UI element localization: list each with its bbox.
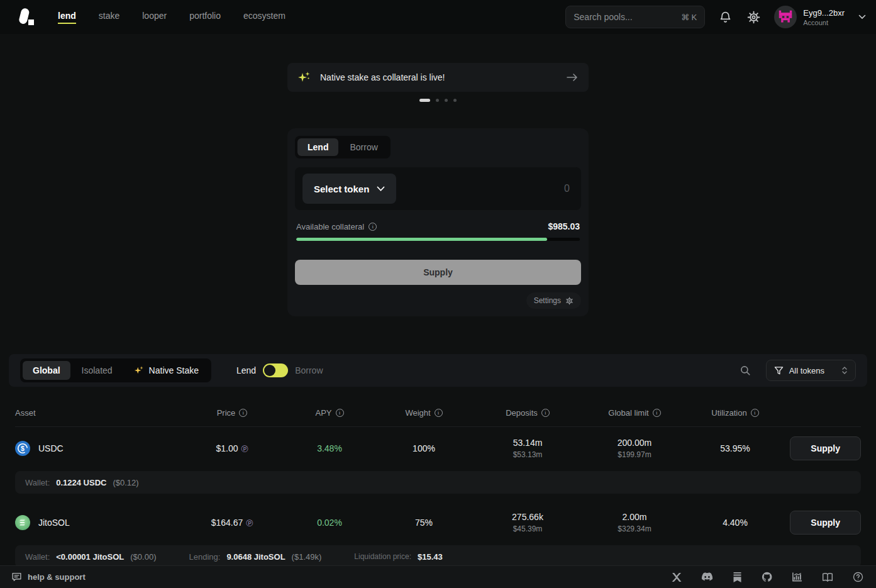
sparkle-icon [134, 365, 144, 375]
tab-native-stake-label: Native Stake [149, 365, 199, 375]
filter-funnel-icon [774, 366, 784, 375]
collateral-progress-fill [296, 238, 547, 241]
available-collateral-label: Available collateral [296, 222, 364, 231]
pyth-oracle-icon[interactable]: ℗ [241, 444, 248, 453]
table-search-button[interactable] [738, 363, 752, 377]
asset-apy: 0.02% [286, 518, 374, 528]
info-icon[interactable] [653, 409, 661, 417]
account-label: Account [803, 19, 845, 26]
carousel-dot-4[interactable] [453, 99, 457, 102]
tab-isolated[interactable]: Isolated [72, 361, 123, 380]
asset-global-limit: 2.00m [581, 512, 688, 522]
pool-type-tabs: Global Isolated Native Stake [20, 358, 211, 382]
asset-deposits: 275.66k [474, 512, 581, 522]
asset-price: $1.00 [216, 443, 238, 453]
info-icon[interactable] [435, 409, 443, 417]
marginfi-logo-icon[interactable] [15, 8, 36, 26]
svg-text:$: $ [21, 445, 25, 452]
x-twitter-icon[interactable] [670, 571, 683, 584]
discord-icon[interactable] [700, 571, 714, 583]
gear-icon [565, 297, 574, 305]
info-icon[interactable] [369, 223, 377, 231]
lending-amount: 9.0648 JitoSOL [226, 552, 285, 562]
chevron-down-icon [377, 186, 385, 192]
asset-table: Asset Price APY Weight Deposits Global l… [15, 403, 861, 568]
asset-apy: 3.48% [286, 443, 374, 453]
supply-usdc-button[interactable]: Supply [790, 436, 861, 460]
announcement-banner[interactable]: Native stake as collateral is live! [287, 63, 589, 92]
asset-global-limit-usd: $199.97m [581, 450, 688, 459]
account-menu[interactable]: Eyg9...2bxr Account [774, 6, 866, 28]
banner-text: Native stake as collateral is live! [320, 72, 445, 82]
settings-button[interactable] [746, 9, 762, 25]
asset-utilization: 53.95% [688, 443, 782, 453]
lend-borrow-switch[interactable] [263, 363, 288, 377]
amount-box: Select token [295, 167, 581, 210]
col-price: Price [217, 408, 236, 418]
info-icon[interactable] [751, 409, 759, 417]
docs-book-icon[interactable] [821, 571, 834, 584]
wallet-amount: 0.1224 USDC [56, 478, 106, 487]
token-filter-value: All tokens [789, 366, 824, 375]
help-support-label: help & support [28, 572, 86, 582]
nav-item-lend[interactable]: lend [58, 11, 76, 24]
help-circle-icon[interactable] [851, 570, 865, 584]
nav-item-ecosystem[interactable]: ecosystem [243, 11, 286, 24]
help-support-link[interactable]: help & support [11, 572, 86, 582]
asset-deposits-usd: $45.39m [474, 524, 581, 533]
carousel-dot-2[interactable] [436, 99, 439, 102]
avatar [774, 6, 797, 28]
info-icon[interactable] [541, 409, 550, 417]
asset-name: USDC [38, 443, 64, 453]
lend-borrow-tabs: Lend Borrow [295, 136, 391, 158]
account-address: Eyg9...2bxr [803, 8, 845, 18]
select-token-button[interactable]: Select token [302, 174, 396, 204]
substack-icon[interactable] [731, 571, 743, 584]
github-icon[interactable] [760, 570, 773, 584]
carousel-dot-3[interactable] [445, 99, 448, 102]
analytics-icon[interactable] [790, 570, 804, 584]
pyth-oracle-icon[interactable]: ℗ [246, 518, 253, 528]
bell-icon [719, 11, 732, 24]
asset-deposits-usd: $53.13m [474, 450, 581, 459]
pools-filter-bar: Global Isolated Native Stake Lend Borrow [9, 354, 867, 387]
tab-borrow[interactable]: Borrow [340, 138, 387, 156]
nav-item-looper[interactable]: looper [142, 11, 167, 24]
asset-utilization: 4.40% [688, 518, 782, 528]
amount-input[interactable] [498, 183, 574, 194]
lending-label: Lending: [189, 552, 220, 562]
main-nav: lend stake looper portfolio ecosystem [58, 11, 286, 24]
search-pools-box[interactable]: ⌘ K [565, 6, 705, 28]
nav-item-stake[interactable]: stake [99, 11, 119, 24]
lending-usd: ($1.49k) [292, 552, 322, 562]
jitosol-wallet-row: Wallet: <0.00001 JitoSOL ($0.00) Lending… [15, 545, 861, 568]
tab-lend[interactable]: Lend [297, 138, 338, 156]
notifications-button[interactable] [718, 9, 733, 25]
wallet-amount: <0.00001 JitoSOL [56, 552, 124, 562]
token-filter-select[interactable]: All tokens [766, 360, 856, 381]
available-collateral-value: $985.03 [548, 221, 580, 231]
tx-settings-button[interactable]: Settings [526, 292, 581, 309]
supply-button[interactable]: Supply [295, 260, 581, 285]
info-icon[interactable] [239, 409, 247, 417]
wallet-usd: ($0.00) [130, 552, 156, 562]
info-icon[interactable] [336, 409, 344, 417]
tab-native-stake[interactable]: Native Stake [124, 361, 209, 380]
chat-bubble-icon [11, 572, 22, 582]
table-row-jitosol[interactable]: JitoSOL $164.67 ℗ 0.02% 75% 275.66k $45.… [15, 501, 861, 544]
table-row-usdc[interactable]: $ USDC $1.00 ℗ 3.48% 100% 53.14m $53.13m… [15, 427, 861, 470]
nav-item-portfolio[interactable]: portfolio [189, 11, 221, 24]
asset-deposits: 53.14m [474, 438, 581, 448]
tab-global[interactable]: Global [23, 361, 70, 380]
chevron-down-icon [858, 14, 866, 19]
toggle-borrow-label: Borrow [295, 365, 323, 375]
col-global-limit: Global limit [608, 408, 648, 418]
search-pools-input[interactable] [574, 12, 676, 22]
supply-jitosol-button[interactable]: Supply [790, 511, 861, 535]
lend-action-card: Lend Borrow Select token Available colla… [287, 128, 589, 316]
wallet-label: Wallet: [25, 552, 50, 562]
asset-weight: 75% [374, 518, 474, 528]
usdc-token-icon: $ [15, 441, 30, 456]
carousel-dot-1[interactable] [419, 99, 430, 102]
gear-icon [747, 11, 760, 24]
